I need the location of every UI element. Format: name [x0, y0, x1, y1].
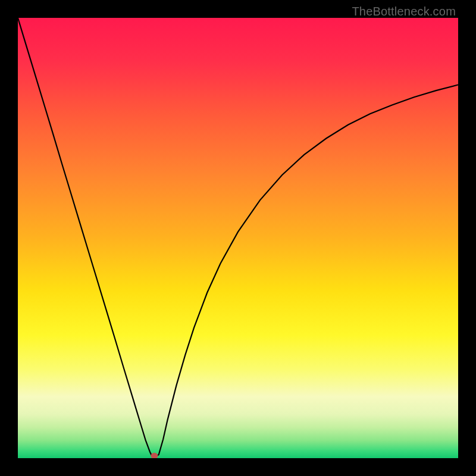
chart-svg	[18, 18, 458, 458]
chart-plot-area	[18, 18, 458, 458]
watermark: TheBottleneck.com	[352, 5, 456, 18]
